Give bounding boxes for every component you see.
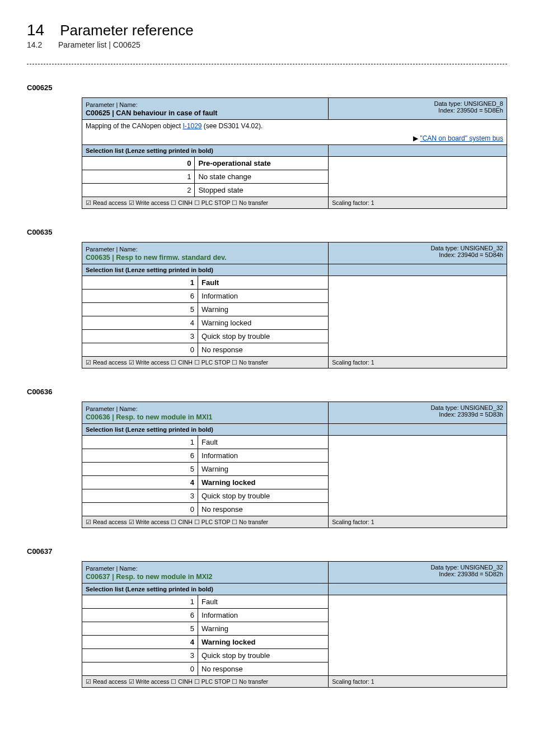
access-flags: ☑ Read access ☑ Write access ☐ CINH ☐ PL… (82, 516, 329, 528)
param-id: C00637 (27, 547, 507, 556)
option-label: Information (198, 290, 329, 303)
option-number: 5 (82, 463, 198, 476)
param-label: Parameter | Name: (86, 101, 138, 108)
data-type: Data type: UNSIGNED_32 (430, 245, 503, 251)
mapping-link[interactable]: I-1029 (182, 122, 202, 130)
divider (27, 64, 507, 64)
option-label: Stopped state (195, 184, 329, 197)
option-number: 3 (82, 489, 198, 503)
option-number: 1 (82, 595, 198, 609)
param-code-name: C00635 | Resp to new firmw. standard dev… (86, 254, 227, 262)
option-number: 0 (82, 157, 195, 170)
selection-list-header: Selection list (Lenze setting printed in… (82, 145, 329, 157)
option-number: 4 (82, 476, 198, 489)
param-code-name: C00636 | Resp. to new module in MXI1 (86, 413, 212, 421)
param-id: C00636 (27, 388, 507, 396)
option-number: 1 (82, 436, 198, 449)
option-number: 0 (82, 343, 198, 357)
index-value: Index: 23938d = 5D82h (439, 571, 503, 577)
param-id: C00635 (27, 228, 507, 236)
option-number: 6 (82, 290, 198, 303)
option-number: 5 (82, 303, 198, 316)
option-label: Quick stop by trouble (198, 330, 329, 343)
option-label: Warning locked (198, 316, 329, 330)
access-flags: ☑ Read access ☑ Write access ☐ CINH ☐ PL… (82, 197, 329, 209)
param-table-c00637: Parameter | Name: C00637 | Resp. to new … (82, 561, 507, 688)
option-number: 3 (82, 649, 198, 662)
index-value: Index: 23940d = 5D84h (439, 251, 503, 258)
param-code-name: C00637 | Resp. to new module in MXI2 (86, 573, 212, 581)
param-label: Parameter | Name: (86, 405, 138, 412)
option-label: Fault (198, 595, 329, 609)
param-table-c00636: Parameter | Name: C00636 | Resp. to new … (82, 402, 507, 528)
option-label: Fault (198, 276, 329, 290)
mapping-text: Mapping of the CANopen object (86, 122, 182, 130)
section-number: 14.2 (27, 40, 43, 49)
option-number: 6 (82, 609, 198, 622)
section-title: Parameter list | C00625 (58, 40, 140, 49)
data-type: Data type: UNSIGNED_32 (430, 404, 503, 411)
param-id: C00625 (27, 83, 507, 92)
option-number: 5 (82, 622, 198, 636)
option-number: 1 (82, 170, 195, 184)
scaling-factor: Scaling factor: 1 (329, 197, 507, 209)
option-number: 2 (82, 184, 195, 197)
scaling-factor: Scaling factor: 1 (329, 516, 507, 528)
option-label: Information (198, 609, 329, 622)
triangle-icon: ▶ (413, 134, 420, 142)
option-number: 1 (82, 276, 198, 290)
option-number: 0 (82, 503, 198, 516)
chapter-title: Parameter reference (60, 22, 193, 39)
system-bus-link[interactable]: "CAN on board" system bus (420, 134, 503, 142)
access-flags: ☑ Read access ☑ Write access ☐ CINH ☐ PL… (82, 357, 329, 368)
option-label: Warning locked (198, 636, 329, 649)
option-label: Warning (198, 622, 329, 636)
option-label: No response (198, 343, 329, 357)
data-type: Data type: UNSIGNED_8 (434, 100, 504, 107)
chapter-number: 14 (27, 21, 44, 39)
option-label: Fault (198, 436, 329, 449)
option-label: No response (198, 662, 329, 676)
index-value: Index: 23950d = 5D8Eh (438, 107, 503, 114)
scaling-factor: Scaling factor: 1 (329, 357, 507, 368)
option-label: Quick stop by trouble (198, 489, 329, 503)
option-label: Warning (198, 303, 329, 316)
selection-list-header: Selection list (Lenze setting printed in… (82, 264, 329, 276)
selection-list-header: Selection list (Lenze setting printed in… (82, 584, 329, 595)
option-label: No state change (195, 170, 329, 184)
option-number: 4 (82, 636, 198, 649)
param-table-c00625: Parameter | Name: C00625 | CAN behaviour… (82, 97, 507, 209)
param-table-c00635: Parameter | Name: C00635 | Resp to new f… (82, 242, 507, 368)
data-type: Data type: UNSIGNED_32 (430, 564, 503, 571)
option-label: Quick stop by trouble (198, 649, 329, 662)
option-label: No response (198, 503, 329, 516)
index-value: Index: 23939d = 5D83h (439, 411, 503, 418)
param-code-name: C00625 | CAN behaviour in case of fault (86, 109, 218, 117)
option-number: 0 (82, 662, 198, 676)
access-flags: ☑ Read access ☑ Write access ☐ CINH ☐ PL… (82, 676, 329, 688)
param-label: Parameter | Name: (86, 565, 138, 572)
option-number: 3 (82, 330, 198, 343)
option-label: Pre-operational state (195, 157, 329, 170)
option-number: 4 (82, 316, 198, 330)
scaling-factor: Scaling factor: 1 (329, 676, 507, 688)
option-label: Information (198, 449, 329, 463)
mapping-text-post: (see DS301 V4.02). (202, 122, 263, 130)
selection-list-header: Selection list (Lenze setting printed in… (82, 424, 329, 436)
option-label: Warning locked (198, 476, 329, 489)
option-number: 6 (82, 449, 198, 463)
option-label: Warning (198, 463, 329, 476)
param-label: Parameter | Name: (86, 246, 138, 253)
